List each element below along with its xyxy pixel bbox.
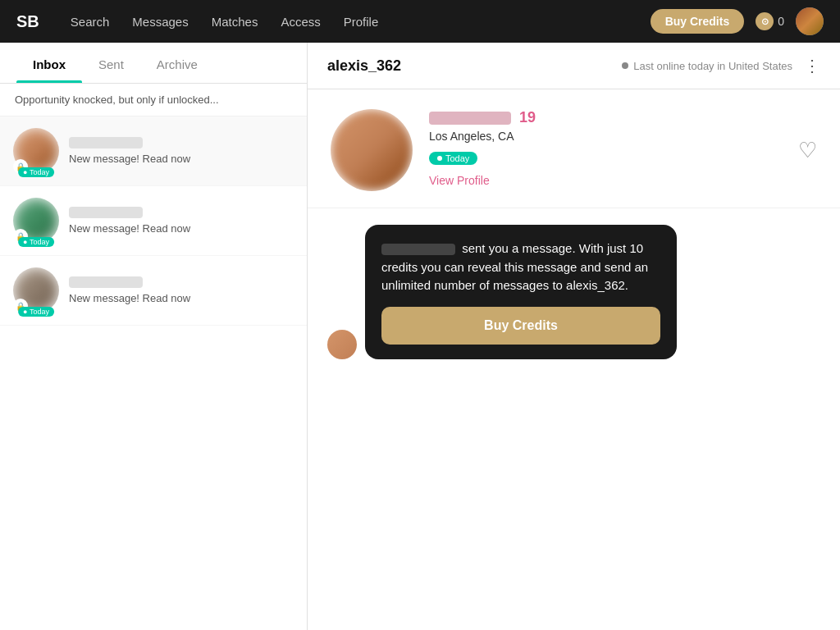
unlock-sender-blurred	[381, 244, 455, 255]
tab-archive[interactable]: Archive	[140, 43, 214, 83]
message-name	[69, 207, 143, 218]
avatar-wrap: 🔒 ● Today	[13, 198, 59, 244]
list-item[interactable]: 🔒 ● Today New message! Read now	[0, 186, 307, 256]
today-badge: ● Today	[18, 167, 54, 177]
promo-text: Opportunity knocked, but only if unlocke…	[15, 94, 219, 106]
nav-matches[interactable]: Matches	[212, 15, 258, 29]
avatar-wrap: 🔒 ● Today	[13, 128, 59, 174]
unlock-bubble: sent you a message. With just 10 credits…	[365, 225, 677, 359]
chat-status-text: Last online today in United States	[633, 60, 792, 72]
message-info: New message! Read now	[69, 207, 294, 235]
left-panel: Inbox Sent Archive Opportunity knocked, …	[0, 43, 308, 630]
message-info: New message! Read now	[69, 276, 294, 304]
main-container: Inbox Sent Archive Opportunity knocked, …	[0, 43, 840, 630]
buy-credits-nav-button[interactable]: Buy Credits	[651, 9, 745, 34]
coin-icon: ⊙	[756, 12, 774, 30]
more-icon[interactable]: ⋮	[804, 56, 820, 75]
profile-avatar	[331, 109, 413, 191]
chat-area: sent you a message. With just 10 credits…	[308, 208, 840, 630]
profile-name-row: 19	[429, 109, 782, 126]
right-panel: alexis_362 Last online today in United S…	[308, 43, 840, 630]
chat-status: Last online today in United States ⋮	[622, 56, 820, 75]
navbar: SB Search Messages Matches Access Profil…	[0, 0, 840, 43]
promo-bar: Opportunity knocked, but only if unlocke…	[0, 84, 307, 116]
navbar-right: Buy Credits ⊙ 0	[651, 7, 824, 35]
nav-profile[interactable]: Profile	[344, 15, 379, 29]
user-avatar-nav[interactable]	[796, 7, 824, 35]
online-badge: Today	[429, 152, 477, 165]
message-info: New message! Read now	[69, 137, 294, 165]
message-name	[69, 137, 143, 148]
profile-details: 19 Los Angeles, CA Today View Profile	[429, 109, 782, 188]
chat-header: alexis_362 Last online today in United S…	[308, 43, 840, 89]
profile-name-blurred	[429, 112, 511, 125]
message-bubble-wrap: sent you a message. With just 10 credits…	[327, 225, 820, 359]
chat-username: alexis_362	[327, 57, 401, 75]
list-item[interactable]: 🔒 ● Today New message! Read now	[0, 256, 307, 326]
messages-list: 🔒 ● Today New message! Read now 🔒 ● Toda…	[0, 116, 307, 630]
profile-location: Los Angeles, CA	[429, 130, 782, 143]
tab-inbox[interactable]: Inbox	[16, 43, 82, 83]
profile-section: 19 Los Angeles, CA Today View Profile ♡	[308, 89, 840, 208]
sender-avatar	[327, 330, 357, 359]
message-name	[69, 276, 143, 288]
credits-badge: ⊙ 0	[756, 12, 784, 30]
profile-avatar-circle	[331, 109, 413, 191]
nav-search[interactable]: Search	[71, 15, 110, 29]
message-preview: New message! Read now	[69, 222, 294, 235]
view-profile-link[interactable]: View Profile	[429, 174, 490, 187]
message-preview: New message! Read now	[69, 292, 294, 304]
nav-messages[interactable]: Messages	[132, 15, 188, 29]
today-badge: ● Today	[18, 307, 54, 317]
status-dot	[622, 62, 628, 69]
avatar-image	[796, 7, 824, 35]
today-badge: ● Today	[18, 237, 54, 247]
profile-age: 19	[519, 109, 536, 126]
tabs-row: Inbox Sent Archive	[0, 43, 307, 84]
avatar-wrap: 🔒 ● Today	[13, 267, 59, 313]
credits-count: 0	[778, 15, 784, 28]
tab-sent[interactable]: Sent	[82, 43, 140, 83]
online-badge-label: Today	[445, 153, 469, 163]
logo: SB	[16, 12, 39, 31]
online-dot	[437, 156, 442, 161]
nav-access[interactable]: Access	[281, 15, 320, 29]
list-item[interactable]: 🔒 ● Today New message! Read now	[0, 116, 307, 186]
message-preview: New message! Read now	[69, 153, 294, 165]
heart-button[interactable]: ♡	[798, 138, 817, 163]
buy-credits-chat-button[interactable]: Buy Credits	[381, 307, 660, 345]
